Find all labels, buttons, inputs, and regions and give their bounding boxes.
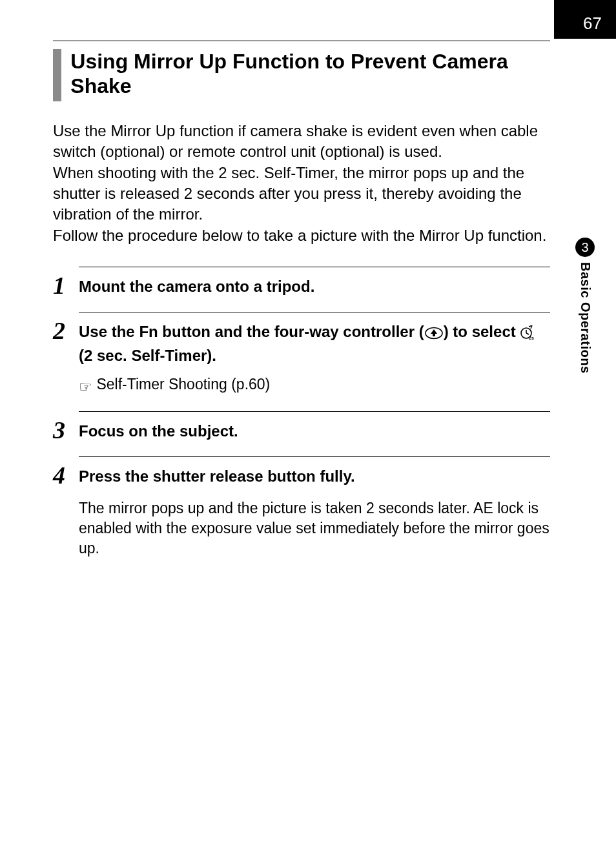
intro-text: Use the Mirror Up function if camera sha…	[53, 121, 550, 246]
svg-line-3	[526, 333, 529, 334]
intro-paragraph-3: Follow the procedure below to take a pic…	[53, 225, 550, 246]
step-title: Mount the camera onto a tripod.	[79, 276, 550, 297]
step-body: Mount the camera onto a tripod.	[79, 267, 550, 297]
heading-block: Using Mirror Up Function to Prevent Came…	[53, 40, 550, 101]
intro-paragraph-2: When shooting with the 2 sec. Self-Timer…	[53, 163, 550, 225]
step-4: 4 Press the shutter release button fully…	[53, 456, 550, 559]
step-body: Press the shutter release button fully. …	[79, 456, 550, 559]
page-number: 67	[583, 14, 602, 34]
section-label: Basic Operations	[578, 262, 593, 374]
step-3: 3 Focus on the subject.	[53, 411, 550, 442]
step-title-part: ) to select	[444, 323, 520, 340]
step-title: Focus on the subject.	[79, 421, 550, 442]
up-arrow-in-oval-icon	[424, 324, 444, 345]
step-body: Focus on the subject.	[79, 411, 550, 442]
section-heading: Using Mirror Up Function to Prevent Came…	[70, 49, 550, 101]
step-title-part: (2 sec. Self-Timer).	[79, 347, 216, 364]
step-2: 2 Use the Fn button and the four-way con…	[53, 312, 550, 397]
step-1: 1 Mount the camera onto a tripod.	[53, 267, 550, 298]
step-number: 1	[53, 267, 79, 298]
chapter-number-badge: 3	[575, 238, 595, 257]
step-number: 3	[53, 411, 79, 442]
heading-accent-bar	[53, 49, 61, 101]
step-description: The mirror pops up and the picture is ta…	[79, 498, 550, 558]
step-body: Use the Fn button and the four-way contr…	[79, 312, 550, 397]
step-number: 4	[53, 456, 79, 487]
page-number-box: 67	[554, 0, 616, 39]
step-crossref: ☞ Self-Timer Shooting (p.60)	[79, 375, 550, 397]
step-title-part: Use the	[79, 323, 139, 340]
side-tab: 3 Basic Operations	[570, 238, 600, 374]
crossref-text: Self-Timer Shooting (p.60)	[92, 376, 270, 393]
step-title-part: button and the four-way controller (	[158, 323, 424, 340]
steps-list: 1 Mount the camera onto a tripod. 2 Use …	[53, 267, 550, 558]
step-title: Use the Fn button and the four-way contr…	[79, 322, 550, 366]
fn-button-label: Fn	[139, 323, 158, 340]
self-timer-2s-icon: 2s	[520, 324, 534, 345]
content-area: Using Mirror Up Function to Prevent Came…	[53, 40, 550, 573]
manual-page: 67 3 Basic Operations Using Mirror Up Fu…	[0, 0, 616, 858]
svg-text:2s: 2s	[529, 336, 534, 340]
pointing-hand-icon: ☞	[79, 378, 92, 397]
step-number: 2	[53, 312, 79, 343]
step-title: Press the shutter release button fully.	[79, 466, 550, 487]
chapter-number: 3	[581, 240, 588, 255]
intro-paragraph-1: Use the Mirror Up function if camera sha…	[53, 121, 550, 163]
